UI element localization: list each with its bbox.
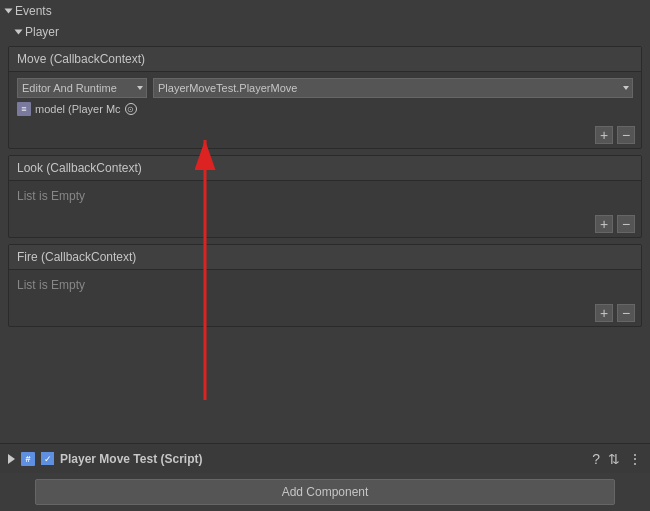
look-remove-button[interactable]: −: [617, 215, 635, 233]
fire-empty-text: List is Empty: [9, 270, 641, 300]
help-icon[interactable]: ?: [592, 451, 600, 467]
player-expand-icon: [15, 30, 23, 35]
function-dropdown-arrow-icon: [623, 86, 629, 90]
expand-icon[interactable]: [8, 454, 15, 464]
look-add-button[interactable]: +: [595, 215, 613, 233]
fire-remove-button[interactable]: −: [617, 304, 635, 322]
dropdown-arrow-icon: [137, 86, 143, 90]
model-icon-symbol: ≡: [21, 104, 26, 114]
add-component-button[interactable]: Add Component: [35, 479, 615, 505]
fire-event-title: Fire (CallbackContext): [9, 245, 641, 270]
look-event-block: Look (CallbackContext) List is Empty + −: [8, 155, 642, 238]
fire-add-button[interactable]: +: [595, 304, 613, 322]
model-target-icon[interactable]: ⊙: [125, 103, 137, 115]
player-label: Player: [25, 25, 59, 39]
move-add-button[interactable]: +: [595, 126, 613, 144]
events-label: Events: [15, 4, 52, 18]
events-section: Events Player Move (CallbackContext) Edi…: [0, 0, 650, 443]
editor-runtime-dropdown[interactable]: Editor And Runtime: [17, 78, 147, 98]
add-component-bar: Add Component: [0, 473, 650, 511]
events-header[interactable]: Events: [0, 0, 650, 22]
look-event-title: Look (CallbackContext): [9, 156, 641, 181]
model-icon: ≡: [17, 102, 31, 116]
move-event-title: Move (CallbackContext): [9, 47, 641, 72]
move-event-block: Move (CallbackContext) Editor And Runtim…: [8, 46, 642, 149]
script-checkbox[interactable]: ✓: [41, 452, 54, 465]
move-event-footer: + −: [9, 122, 641, 148]
script-bar: # ✓ Player Move Test (Script) ? ⇅ ⋮: [0, 443, 650, 473]
events-expand-icon: [5, 9, 13, 14]
function-dropdown[interactable]: PlayerMoveTest.PlayerMove: [153, 78, 633, 98]
editor-runtime-label: Editor And Runtime: [22, 82, 117, 94]
move-remove-button[interactable]: −: [617, 126, 635, 144]
events-content: Move (CallbackContext) Editor And Runtim…: [0, 42, 650, 443]
look-empty-text: List is Empty: [9, 181, 641, 211]
model-label: model (Player Mc: [35, 103, 121, 115]
move-event-body: Editor And Runtime PlayerMoveTest.Player…: [9, 72, 641, 122]
look-event-footer: + −: [9, 211, 641, 237]
player-header[interactable]: Player: [0, 22, 650, 42]
move-event-row: Editor And Runtime PlayerMoveTest.Player…: [17, 78, 633, 98]
fire-event-block: Fire (CallbackContext) List is Empty + −: [8, 244, 642, 327]
function-label: PlayerMoveTest.PlayerMove: [158, 82, 297, 94]
fire-event-footer: + −: [9, 300, 641, 326]
model-row: ≡ model (Player Mc ⊙: [17, 102, 633, 116]
script-hash-icon: #: [21, 452, 35, 466]
script-actions: ? ⇅ ⋮: [592, 451, 642, 467]
script-title: Player Move Test (Script): [60, 452, 586, 466]
settings-icon[interactable]: ⇅: [608, 451, 620, 467]
more-icon[interactable]: ⋮: [628, 451, 642, 467]
